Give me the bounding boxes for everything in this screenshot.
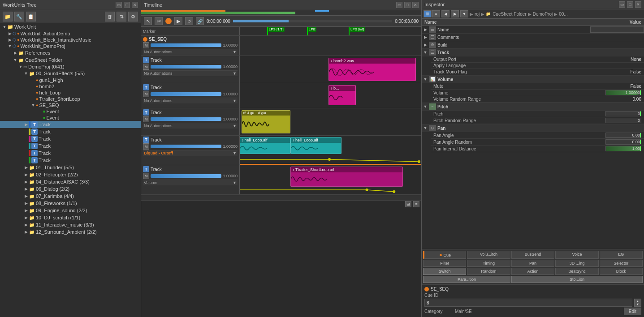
tree-item-ttrailer[interactable]: ● Ttrailer_ShortLoop <box>0 96 141 102</box>
nav-forward-btn[interactable]: ▶ <box>451 10 459 17</box>
tab-selector[interactable]: Selector <box>600 260 643 267</box>
tab-filter[interactable]: Filter <box>423 260 466 267</box>
volume-value-bar[interactable]: 1.00000 <box>605 90 641 95</box>
expand-arrow-volume-section[interactable]: ▼ <box>422 77 429 81</box>
pitch-value-bar[interactable]: 0 <box>605 111 641 116</box>
pan-internal-dist-bar[interactable]: 1.00 <box>605 146 641 151</box>
expand-arrow-pitch-section[interactable]: ▼ <box>422 104 429 109</box>
automation-arrow-gun[interactable]: ▼ <box>233 124 237 128</box>
track-area-seseq[interactable] <box>240 36 421 56</box>
tree-item-se-seq[interactable]: ▼ ● SE_SEQ <box>0 102 141 108</box>
pan-angle-bar[interactable]: 0.00 <box>605 133 641 138</box>
expand-arrow-comments[interactable]: ▶ <box>422 35 429 39</box>
close-icon[interactable]: ✕ <box>132 2 138 8</box>
tree-item-demoproj-wu[interactable]: ▼ ⬡ ● WorkUnit_DemoProj <box>0 43 141 49</box>
track-area-bomb[interactable]: ♪ bomb2.wav <box>240 56 421 83</box>
expand-arrow-track-section[interactable]: ▼ <box>422 50 429 55</box>
breadcrumb-demoproj[interactable]: DemoProj <box>533 12 553 17</box>
maximize-icon[interactable]: □ <box>124 2 130 8</box>
tree-item-dj[interactable]: ▶ 📁 10_DJ_scratch (1/1) <box>0 214 141 221</box>
record-btn[interactable] <box>165 18 172 24</box>
tab-pan[interactable]: Pan <box>511 260 554 267</box>
volume-slider-heli[interactable] <box>151 145 221 148</box>
breadcrumb-roj[interactable]: roj <box>475 12 480 17</box>
cue-id-input[interactable]: 8 <box>424 299 632 307</box>
nav-back-btn[interactable]: ◀ <box>441 10 450 17</box>
mute-btn-b[interactable]: M <box>143 91 149 97</box>
mute-btn-gun[interactable]: M <box>143 116 149 122</box>
volume-slider-b[interactable] <box>151 92 221 96</box>
sort-icon[interactable]: ⇅ <box>117 12 126 21</box>
clip-gun[interactable]: ↺ ↺ gu... ↺ gur <box>242 110 290 133</box>
tree-item-track3[interactable]: T Track <box>0 135 141 142</box>
delete-icon[interactable]: 🗑 <box>105 12 115 21</box>
tab-action[interactable]: Action <box>511 268 554 275</box>
tree-item-cuesheet-folder[interactable]: ▼ 📁 CueSheet Folder <box>0 56 141 64</box>
clip-b[interactable]: ♪ b... <box>328 85 356 105</box>
restore-icon[interactable]: □ <box>404 2 411 8</box>
tree-item-karimba[interactable]: ▶ 📁 07_Karimba (4/4) <box>0 193 141 200</box>
tree-item-fireworks[interactable]: ▶ 📁 08_Fireworks (1/1) <box>0 200 141 207</box>
tree-item-event1[interactable]: ■ Event <box>0 108 141 115</box>
pan-angle-random-bar[interactable]: 0.00 <box>605 139 641 145</box>
pitch-random-bar[interactable]: 0 <box>605 118 641 123</box>
tab-eg[interactable]: EG <box>600 251 643 259</box>
close-icon[interactable]: ✕ <box>412 2 419 8</box>
tree-item-demoproj-node[interactable]: ▼ ▭ DemoProj (0/41) <box>0 64 141 70</box>
tab-block[interactable]: Block <box>600 268 643 275</box>
tree-item-soundeffects[interactable]: ▼ 📁 00_SoundEffects (5/5) <box>0 70 141 77</box>
workunit-icon[interactable]: 🔧 <box>14 12 24 21</box>
tree-item-track2[interactable]: T Track <box>0 128 141 135</box>
tab-cue[interactable]: ● Cue <box>423 251 466 259</box>
tree-item-helicopter[interactable]: ▶ 📁 02_Helicopter (2/2) <box>0 171 141 178</box>
tree-item-work-unit[interactable]: ▼ 📁 Work Unit <box>0 23 141 30</box>
tree-item-block-interactive[interactable]: ▶ ⬡ ● WorkUnit_Block_IntarativeMusic <box>0 37 141 43</box>
clip-heli2[interactable]: ♪ heli_Loop.aif <box>290 137 341 154</box>
list-view-btn[interactable]: ≡ <box>432 10 440 17</box>
tree-item-heli-loop[interactable]: ● heli_Loop <box>0 90 141 96</box>
mute-btn-bomb[interactable]: M <box>143 64 149 70</box>
tab-beatsync[interactable]: BeatSync <box>555 268 598 275</box>
tab-paraion[interactable]: Para...tion <box>423 276 510 283</box>
tree-item-gun1-high[interactable]: ● gun1_High <box>0 77 141 83</box>
automation-arrow-b[interactable]: ▼ <box>233 99 237 103</box>
automation-arrow-ttrailer[interactable]: ▼ <box>233 180 237 185</box>
expand-arrow-name[interactable]: ▶ <box>422 27 429 32</box>
minimize-inspector[interactable]: ▭ <box>619 1 625 8</box>
loop-btn[interactable]: ↺ <box>185 17 193 25</box>
settings-icon[interactable]: ⚙ <box>128 12 138 21</box>
mute-btn-heli[interactable]: M <box>143 143 149 150</box>
tree-item-dialog[interactable]: ▶ 📁 06_Dialog (2/2) <box>0 185 141 193</box>
volume-slider-gun[interactable] <box>151 117 221 121</box>
grid-view-btn[interactable]: ⊞ <box>424 10 432 17</box>
track-area-gun[interactable]: ↺ ↺ gu... ↺ gur <box>240 108 421 135</box>
biquad-arrow[interactable]: ▼ <box>233 151 237 155</box>
close-inspector[interactable]: ✕ <box>635 1 641 8</box>
tab-timing[interactable]: Timing <box>467 260 510 267</box>
tab-3ding[interactable]: 3D ...ing <box>555 260 598 267</box>
tree-item-surround[interactable]: ▶ 📁 12_Surround_Ambient (2/2) <box>0 228 141 236</box>
zoom-icon[interactable]: ⊞ <box>405 201 411 207</box>
automation-arrow-seseq[interactable]: ▼ <box>233 50 237 54</box>
track-area-ttrailer[interactable]: ♪ Ttrailer_ShortLoop.aif <box>240 165 421 194</box>
tab-bussend[interactable]: BusSend <box>511 251 554 259</box>
tab-voice[interactable]: Voice <box>555 251 598 259</box>
volume-slider-seseq[interactable] <box>151 43 221 47</box>
tab-volu-itch[interactable]: Volu...itch <box>467 251 510 259</box>
timeline-scrollbar[interactable] <box>141 195 421 200</box>
edit-btn[interactable]: Edit <box>624 308 641 315</box>
timeline-scrubber[interactable] <box>233 20 392 22</box>
tree-item-bomb2[interactable]: ● bomb2 <box>0 83 141 90</box>
folder-icon[interactable]: 📁 <box>3 12 13 21</box>
clip-bomb2wav[interactable]: ♪ bomb2.wav <box>328 58 415 81</box>
tree-item-event2[interactable]: ■ Event <box>0 115 141 121</box>
volume-slider-bomb[interactable] <box>151 65 221 69</box>
expand-arrow-pan-section[interactable]: ▼ <box>422 126 429 130</box>
tree-item-track4[interactable]: T Track <box>0 142 141 150</box>
tree-item-interactive[interactable]: ▶ 📁 11_Interactive_music (3/3) <box>0 221 141 228</box>
clip-ttrailer[interactable]: ♪ Ttrailer_ShortLoop.aif <box>290 167 403 187</box>
tree-item-action-demo[interactable]: ▶ ⬡ ● WorkUnit_ActionDemo <box>0 30 141 37</box>
expand-arrow-build[interactable]: ▶ <box>422 43 429 47</box>
nav-down-btn[interactable]: ▼ <box>460 10 468 17</box>
automation-arrow-bomb[interactable]: ▼ <box>233 71 237 76</box>
